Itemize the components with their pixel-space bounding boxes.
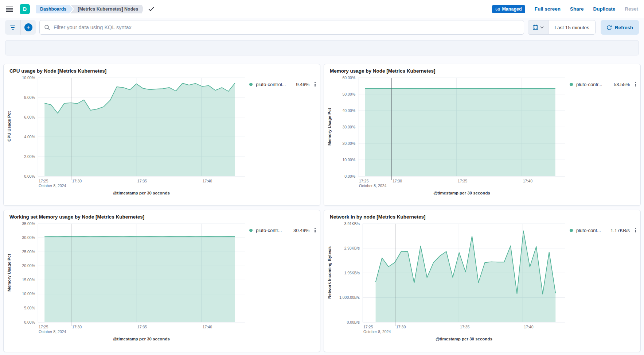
svg-text:@timestamp per 30 seconds: @timestamp per 30 seconds [113, 337, 170, 341]
svg-text:30.00%: 30.00% [342, 125, 355, 129]
chart-network-in: 0.00B/s1,000.00B/s1.95KB/s2.93KB/s3.91KB… [335, 220, 568, 344]
panel-title[interactable]: Working set Memory usage by Node [Metric… [4, 210, 320, 220]
svg-text:15.00%: 15.00% [22, 278, 35, 282]
boxes-vertical-icon[interactable] [634, 227, 637, 233]
panel-title[interactable]: Network in by node [Metrics Kubernetes] [324, 210, 640, 220]
chart-legend: pluto-cont... 1.17KB/s [568, 220, 640, 344]
y-axis-title: Network Incoming Bytes/s [324, 220, 335, 344]
svg-text:17:25: 17:25 [363, 325, 373, 329]
refresh-icon [606, 25, 612, 30]
filter-icon [10, 26, 15, 30]
svg-text:October 8, 2024: October 8, 2024 [39, 184, 66, 188]
legend-series-value: 30.49% [293, 228, 309, 233]
managed-glasses-icon: 6d [495, 7, 500, 11]
share-button[interactable]: Share [570, 6, 584, 12]
chart-working-set-memory: 0.00%5.00%10.00%15.00%20.00%25.00%30.00%… [15, 220, 248, 344]
chart-cpu-usage: 0.00%2.00%4.00%6.00%8.00%10.00%17:2517:3… [15, 74, 248, 198]
svg-text:5.00%: 5.00% [24, 306, 35, 310]
managed-badge-label: Managed [502, 7, 522, 12]
legend-item[interactable]: pluto-cont... 1.17KB/s [570, 227, 637, 233]
legend-series-dot [249, 83, 253, 86]
svg-text:6.00%: 6.00% [24, 115, 35, 119]
chart-svg: 0.00%2.00%4.00%6.00%8.00%10.00%17:2517:3… [15, 74, 248, 196]
reset-button[interactable]: Reset [625, 6, 638, 12]
filter-button[interactable] [5, 20, 20, 35]
header: D Dashboards [Metrics Kubernetes] Nodes … [0, 0, 644, 18]
svg-text:17:30: 17:30 [393, 179, 402, 183]
date-picker-calendar-button[interactable] [528, 20, 549, 34]
legend-series-label: pluto-cont... [576, 228, 601, 233]
time-range-display[interactable]: Last 15 minutes [549, 20, 595, 34]
panel-title[interactable]: CPU usage by Node [Metrics Kubernetes] [4, 64, 320, 74]
check-icon[interactable] [148, 7, 154, 12]
breadcrumb-current-dashboard[interactable]: [Metrics Kubernetes] Nodes [70, 5, 143, 13]
panel-working-set-memory: Working set Memory usage by Node [Metric… [3, 210, 320, 352]
svg-text:17:30: 17:30 [72, 179, 82, 183]
svg-text:17:40: 17:40 [523, 179, 532, 183]
boxes-vertical-icon[interactable] [314, 227, 316, 233]
svg-text:@timestamp per 30 seconds: @timestamp per 30 seconds [436, 337, 492, 341]
svg-text:0.00%: 0.00% [24, 320, 35, 324]
svg-text:@timestamp per 30 seconds: @timestamp per 30 seconds [113, 191, 170, 195]
kql-search-bar[interactable] [39, 20, 524, 35]
svg-text:35.00%: 35.00% [22, 221, 35, 226]
dashboard-grid: CPU usage by Node [Metrics Kubernetes] C… [3, 64, 641, 352]
add-control-button[interactable]: + [20, 20, 36, 35]
svg-text:October 8, 2024: October 8, 2024 [363, 329, 391, 334]
chevron-down-icon [540, 26, 544, 29]
svg-text:60.00%: 60.00% [342, 76, 355, 80]
svg-text:0.00%: 0.00% [344, 174, 355, 178]
svg-text:17:35: 17:35 [460, 325, 469, 329]
boxes-vertical-icon[interactable] [634, 81, 637, 87]
svg-text:0.00%: 0.00% [24, 174, 35, 178]
svg-text:17:40: 17:40 [524, 325, 533, 329]
legend-series-label: pluto-contr... [576, 82, 602, 87]
svg-text:1,000.00B/s: 1,000.00B/s [339, 295, 360, 300]
chart-svg: 0.00B/s1,000.00B/s1.95KB/s2.93KB/s3.91KB… [335, 220, 568, 342]
boxes-vertical-icon[interactable] [314, 81, 316, 87]
panel-cpu-usage: CPU usage by Node [Metrics Kubernetes] C… [3, 64, 320, 206]
svg-text:50.00%: 50.00% [342, 92, 355, 96]
managed-badge[interactable]: 6d Managed [492, 5, 525, 13]
refresh-button[interactable]: Refresh [601, 20, 639, 35]
svg-text:October 8, 2024: October 8, 2024 [39, 329, 66, 334]
panel-title[interactable]: Memory usage by Node [Metrics Kubernetes… [324, 64, 640, 74]
search-icon [44, 24, 50, 31]
svg-text:10.00%: 10.00% [342, 158, 355, 162]
legend-series-label: pluto-control... [256, 82, 286, 87]
svg-text:17:30: 17:30 [72, 325, 82, 329]
svg-text:0.00B/s: 0.00B/s [347, 320, 360, 324]
legend-series-value: 1.17KB/s [610, 228, 630, 233]
header-actions: 6d Managed Full screen Share Duplicate R… [492, 5, 638, 13]
svg-text:17:40: 17:40 [203, 179, 212, 183]
space-avatar[interactable]: D [20, 4, 30, 14]
svg-text:17:25: 17:25 [359, 179, 368, 183]
duplicate-button[interactable]: Duplicate [593, 6, 615, 12]
svg-text:17:25: 17:25 [39, 179, 48, 183]
refresh-label: Refresh [615, 25, 633, 30]
legend-item[interactable]: pluto-control... 9.46% [249, 81, 317, 87]
kql-search-input[interactable] [54, 24, 519, 30]
svg-text:30.00%: 30.00% [22, 235, 35, 240]
chart-svg: 0.00%5.00%10.00%15.00%20.00%25.00%30.00%… [15, 220, 248, 342]
breadcrumb-dashboards[interactable]: Dashboards [36, 5, 73, 13]
legend-item[interactable]: pluto-contr... 53.55% [570, 81, 637, 87]
svg-text:10.00%: 10.00% [22, 292, 35, 296]
full-screen-button[interactable]: Full screen [535, 6, 561, 12]
legend-series-dot [570, 229, 573, 232]
date-picker: Last 15 minutes [528, 20, 595, 35]
svg-text:40.00%: 40.00% [342, 108, 355, 113]
svg-text:2.00%: 2.00% [24, 154, 35, 159]
hamburger-menu-icon[interactable] [6, 7, 13, 12]
legend-series-value: 53.55% [614, 82, 630, 87]
legend-item[interactable]: pluto-contr... 30.49% [249, 227, 317, 233]
svg-text:20.00%: 20.00% [22, 263, 35, 268]
legend-series-value: 9.46% [296, 82, 309, 87]
y-axis-title: Memory Usage Pct [324, 74, 335, 198]
chart-legend: pluto-control... 9.46% [248, 74, 320, 198]
svg-text:October 8, 2024: October 8, 2024 [359, 184, 386, 188]
dashboard-controls-strip [5, 40, 639, 55]
svg-text:4.00%: 4.00% [24, 135, 35, 139]
chart-legend: pluto-contr... 53.55% [568, 74, 640, 198]
y-axis-title: CPU Usage Pct [4, 74, 15, 198]
